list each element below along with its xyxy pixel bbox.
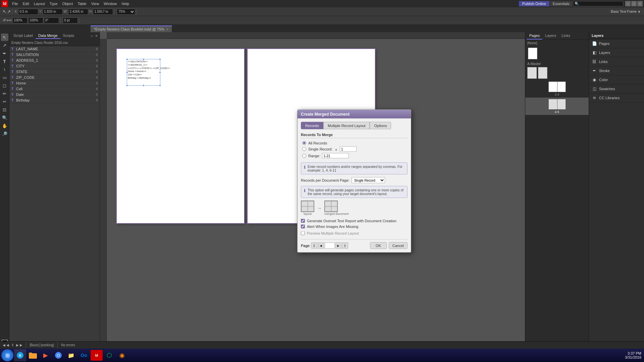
data-field-item[interactable]: T Cell 4 xyxy=(9,86,100,92)
window-close[interactable]: × xyxy=(637,1,643,6)
handle-tr[interactable] xyxy=(159,58,161,60)
select-tool-icon[interactable]: ↖ xyxy=(3,9,6,14)
scissors-tool[interactable]: ✂ xyxy=(1,98,8,105)
taskbar-chrome[interactable] xyxy=(52,349,64,361)
cancel-button[interactable]: Cancel xyxy=(389,242,408,249)
page-prev-btn[interactable]: ◀ xyxy=(318,243,324,249)
handle-ml[interactable] xyxy=(126,71,128,73)
taskbar-green-app[interactable]: ⬡ xyxy=(103,349,115,361)
overset-text-checkbox[interactable] xyxy=(301,219,305,223)
taskbar-orange-app[interactable]: ◉ xyxy=(116,349,128,361)
taskbar-folder[interactable] xyxy=(27,349,39,361)
single-record-spin-up[interactable]: ▲ xyxy=(334,147,338,151)
taskbar-files[interactable]: 📁 xyxy=(65,349,77,361)
selection-tool[interactable]: ↖ xyxy=(1,34,8,41)
menu-edit[interactable]: Edit xyxy=(21,1,31,6)
tab-script-label[interactable]: Script Label xyxy=(11,33,36,39)
rotation-field[interactable] xyxy=(44,17,59,23)
eyedropper-tool[interactable]: 🔍 xyxy=(1,114,8,121)
menu-table[interactable]: Table xyxy=(75,1,88,6)
pencil-tool[interactable]: ✏ xyxy=(1,90,8,97)
master-thumb-left[interactable] xyxy=(527,67,537,79)
gradient-tool[interactable]: ⊡ xyxy=(1,106,8,113)
zoom-tool[interactable]: 🔎 xyxy=(1,130,8,137)
pen-tool[interactable]: ✒ xyxy=(1,50,8,57)
direct-select-icon[interactable]: ↗ xyxy=(7,9,11,14)
far-right-cc-libraries[interactable]: ≋ CC Libraries xyxy=(589,94,644,103)
menu-layout[interactable]: Layout xyxy=(32,1,47,6)
single-record-radio[interactable] xyxy=(302,147,306,151)
w-field[interactable] xyxy=(68,9,88,15)
menu-view[interactable]: View xyxy=(89,1,101,6)
taskbar-outlook[interactable]: Oo xyxy=(78,349,90,361)
window-restore[interactable]: □ xyxy=(631,1,637,6)
preview-multiple-checkbox[interactable] xyxy=(301,231,305,235)
panel-close-btn[interactable]: × xyxy=(95,34,98,38)
records-per-page-select[interactable]: Single Record Multiple Records xyxy=(352,177,385,183)
dialog-title-bar[interactable]: Create Merged Document xyxy=(298,110,411,119)
data-field-item[interactable]: T CITY 4 xyxy=(9,63,100,69)
spread-23-left-thumb[interactable] xyxy=(548,81,557,92)
menu-window[interactable]: Window xyxy=(102,1,119,6)
page-number-field[interactable] xyxy=(325,243,335,249)
far-right-layers[interactable]: ◧ Layers xyxy=(589,48,644,57)
right-tab-layers[interactable]: Layers xyxy=(542,32,559,40)
data-field-item[interactable]: T SALUTATION 4 xyxy=(9,52,100,58)
x-field[interactable] xyxy=(18,9,38,15)
alert-images-checkbox[interactable] xyxy=(301,225,305,229)
handle-br[interactable] xyxy=(159,84,161,86)
frame-tool[interactable]: ▭ xyxy=(1,74,8,81)
scale-x-field[interactable] xyxy=(12,17,28,23)
taskbar-indesign[interactable]: Id xyxy=(91,350,103,361)
menu-type[interactable]: Type xyxy=(48,1,60,6)
frame-style-dropdown[interactable]: ▼ xyxy=(637,10,641,14)
handle-bl[interactable] xyxy=(126,84,128,86)
taskbar-media[interactable]: ▶ xyxy=(40,349,52,361)
page-last-btn[interactable]: ⟫ xyxy=(342,243,348,249)
right-tab-pages[interactable]: Pages xyxy=(527,32,542,40)
rotate-icon[interactable]: ↺ xyxy=(3,18,6,22)
spread-45-left-thumb[interactable] xyxy=(548,99,557,110)
master-thumb-right[interactable] xyxy=(538,67,547,79)
menu-help[interactable]: Help xyxy=(119,1,131,6)
tab-data-merge[interactable]: Data Merge xyxy=(36,33,60,39)
all-records-radio[interactable] xyxy=(302,141,306,145)
stroke-weight-field[interactable] xyxy=(63,17,78,23)
page-next-btn[interactable]: ▶ xyxy=(335,243,341,249)
flip-icon[interactable]: ⟺ xyxy=(6,18,12,22)
page-left[interactable]: <<SALUTATION>> <<ADDRESS_1>> <<CITY>> <<… xyxy=(117,49,244,223)
essentials-button[interactable]: Essentials xyxy=(550,1,572,6)
handle-tl[interactable] xyxy=(126,58,128,60)
text-frame[interactable]: <<SALUTATION>> <<ADDRESS_1>> <<CITY>> <<… xyxy=(127,59,160,86)
ok-button[interactable]: OK xyxy=(370,242,387,249)
h-field[interactable] xyxy=(93,9,113,15)
tab-scripts[interactable]: Scripts xyxy=(60,33,77,39)
data-field-item[interactable]: T Date 4 xyxy=(9,92,100,98)
far-right-stroke[interactable]: ✒ Stroke xyxy=(589,66,644,75)
spread-45-right-thumb[interactable] xyxy=(557,99,566,110)
data-field-item[interactable]: T Birthday 4 xyxy=(9,98,100,103)
none-thumb[interactable] xyxy=(528,48,537,59)
publish-online-button[interactable]: Publish Online xyxy=(519,1,549,6)
far-right-swatches[interactable]: ◫ Swatches xyxy=(589,84,644,94)
text-tool[interactable]: T xyxy=(1,58,8,65)
scale-y-field[interactable] xyxy=(28,17,43,23)
range-radio[interactable] xyxy=(302,154,306,158)
dialog-tab-records[interactable]: Records xyxy=(301,122,323,129)
dialog-tab-multiple-record[interactable]: Multiple Record Layout xyxy=(323,122,370,129)
single-record-field[interactable] xyxy=(340,146,357,152)
handle-bc[interactable] xyxy=(143,84,145,86)
shape-tool[interactable]: ◻ xyxy=(1,82,8,89)
dialog-tab-options[interactable]: Options xyxy=(370,122,391,129)
window-minimize[interactable]: ─ xyxy=(625,1,631,6)
data-field-item[interactable]: T STATE 4 xyxy=(9,69,100,75)
start-button[interactable]: ⊞ xyxy=(1,349,13,361)
data-field-item[interactable]: T ZIP_CODE 4 xyxy=(9,75,100,80)
page-first-btn[interactable]: ⟪ xyxy=(311,243,317,249)
zoom-select[interactable]: 75% 100% 50% xyxy=(117,9,135,15)
y-field[interactable] xyxy=(43,9,63,15)
data-field-item[interactable]: T Home 4 xyxy=(9,80,100,86)
range-field[interactable] xyxy=(322,153,349,159)
search-input[interactable] xyxy=(573,1,623,6)
taskbar-explorer[interactable]: e xyxy=(14,349,26,361)
